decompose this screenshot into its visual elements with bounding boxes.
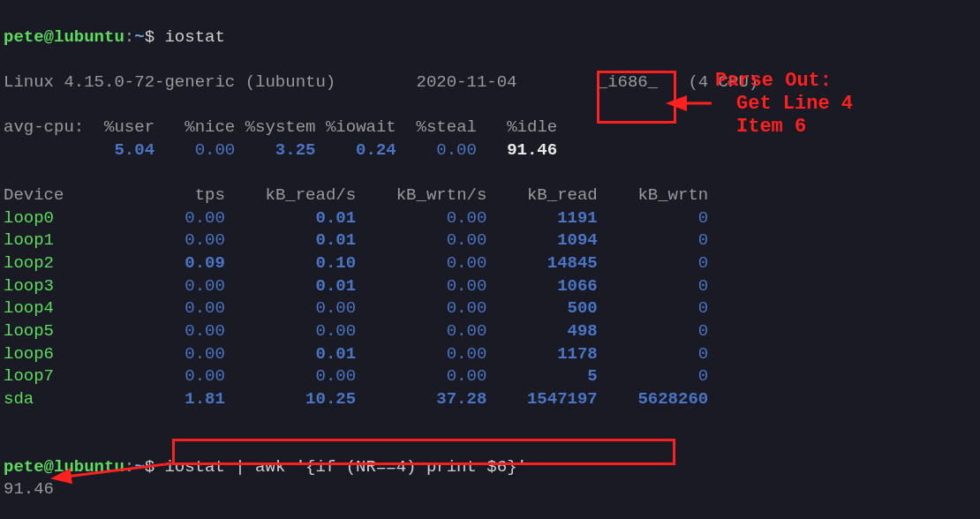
kernel-text: Linux 4.15.0-72-generic (lubuntu) xyxy=(4,72,335,92)
result-value: 91.46 xyxy=(4,479,54,499)
cpu-system: 3.25 xyxy=(275,140,316,160)
table-row: loop2 0.09 0.10 0.00 14845 0 xyxy=(4,252,976,275)
dev-header-rds: kB_read/s xyxy=(265,185,356,205)
table-row: loop7 0.00 0.00 0.00 5 0 xyxy=(4,365,976,388)
table-row: loop3 0.00 0.01 0.00 1066 0 xyxy=(4,275,976,298)
prompt-colon: : xyxy=(124,457,134,477)
cpu-header-system: %system xyxy=(245,117,316,137)
table-row: loop4 0.00 0.00 0.00 500 0 xyxy=(4,297,976,320)
dev-header-wr: kB_wrtn xyxy=(637,185,708,205)
arch-text: _i686_ xyxy=(598,72,658,92)
cpu-iowait: 0.24 xyxy=(356,140,396,160)
table-row: loop0 0.00 0.01 0.00 1191 0 xyxy=(4,207,976,230)
table-row: loop1 0.00 0.01 0.00 1094 0 xyxy=(4,229,976,252)
device-header-row: Device tps kB_read/s kB_wrtn/s kB_read k… xyxy=(4,184,976,207)
device-rows-container: loop0 0.00 0.01 0.00 1191 0loop1 0.00 0.… xyxy=(4,207,976,411)
result-line: 91.46 xyxy=(4,478,976,501)
table-row: loop5 0.00 0.00 0.00 498 0 xyxy=(4,320,976,343)
prompt-colon: : xyxy=(124,27,134,47)
dev-header-tps: tps xyxy=(195,185,225,205)
dev-header-rd: kB_read xyxy=(527,185,598,205)
cpu-header-label: avg-cpu: xyxy=(4,117,84,137)
cpu-header-nice: %nice xyxy=(185,117,235,137)
command-1: iostat xyxy=(164,27,224,47)
device-name: loop4 xyxy=(4,298,94,318)
command-2: iostat | awk '{if (NR==4) print $6}' xyxy=(164,457,526,477)
date-text: 2020-11-04 xyxy=(416,72,516,92)
blank-line-2 xyxy=(4,162,976,184)
device-name: loop2 xyxy=(4,253,94,273)
dev-header-device: Device xyxy=(4,185,64,205)
prompt-host: lubuntu xyxy=(54,457,124,477)
prompt-user: pete xyxy=(4,27,44,47)
prompt-dollar: $ xyxy=(145,27,155,47)
prompt-user: pete xyxy=(4,457,44,477)
device-name: loop3 xyxy=(4,276,94,296)
device-name: loop1 xyxy=(4,230,94,250)
cpu-header-user: %user xyxy=(104,117,155,137)
device-name: loop5 xyxy=(4,321,94,341)
device-name: loop0 xyxy=(4,208,94,228)
device-name: loop7 xyxy=(4,366,94,386)
annotation-line2: Item 6 xyxy=(736,114,806,140)
prompt-at: @ xyxy=(44,457,54,477)
cpu-values-row: 5.04 0.00 3.25 0.24 0.00 91.46 xyxy=(4,139,976,162)
cpu-user: 5.04 xyxy=(114,140,155,160)
table-row: sda 1.81 10.25 37.28 1547197 5628260 xyxy=(4,388,976,411)
device-name: loop6 xyxy=(4,344,94,364)
prompt-at: @ xyxy=(44,27,54,47)
cpu-idle: 91.46 xyxy=(507,140,557,160)
dev-header-wrs: kB_wrtn/s xyxy=(396,185,487,205)
prompt-line-3[interactable]: pete@lubuntu:~$ xyxy=(4,501,976,519)
cpu-nice: 0.00 xyxy=(195,140,236,160)
cpu-header-steal: %steal xyxy=(417,117,477,137)
prompt-line-2[interactable]: pete@lubuntu:~$ iostat | awk '{if (NR==4… xyxy=(4,433,976,478)
prompt-line-1[interactable]: pete@lubuntu:~$ iostat xyxy=(4,4,976,49)
cpu-header-row: avg-cpu: %user %nice %system %iowait %st… xyxy=(4,117,976,139)
cpu-steal: 0.00 xyxy=(436,140,477,160)
device-name: sda xyxy=(4,389,94,409)
prompt-path: ~ xyxy=(134,457,144,477)
cpu-header-iowait: %iowait xyxy=(326,117,396,137)
blank-line-3 xyxy=(4,411,976,434)
prompt-host: lubuntu xyxy=(54,27,124,47)
prompt-path: ~ xyxy=(134,27,144,47)
table-row: loop6 0.00 0.01 0.00 1178 0 xyxy=(4,343,976,366)
cpu-header-idle: %idle xyxy=(507,117,557,137)
prompt-dollar: $ xyxy=(145,457,155,477)
